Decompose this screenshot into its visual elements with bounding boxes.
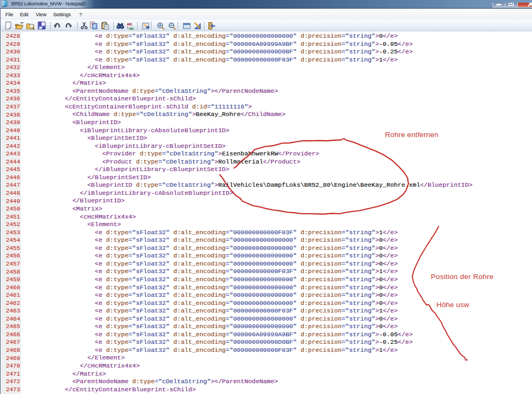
svg-text:ac: ac bbox=[129, 26, 134, 30]
